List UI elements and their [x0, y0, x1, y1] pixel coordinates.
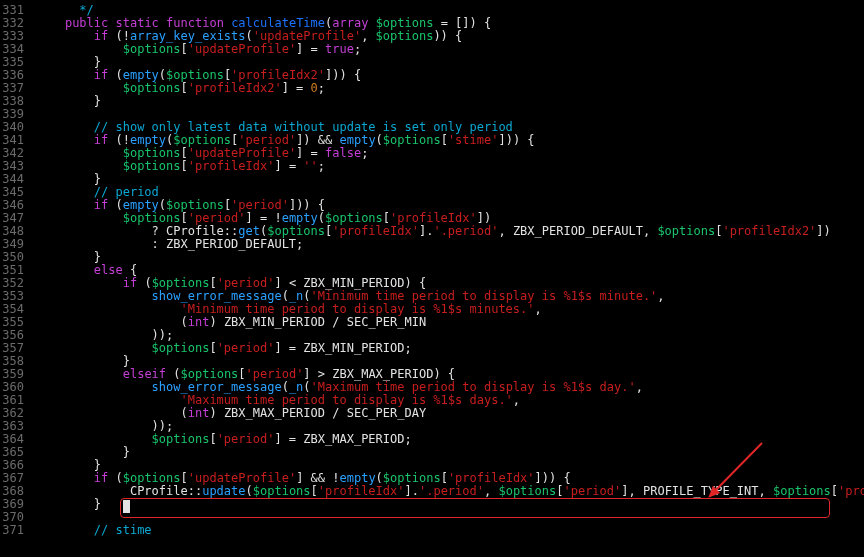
svg-line-0 [710, 443, 762, 496]
code-editor[interactable]: 3313323333343353363373383393403413423433… [0, 0, 864, 557]
arrow-annotation [0, 0, 864, 557]
